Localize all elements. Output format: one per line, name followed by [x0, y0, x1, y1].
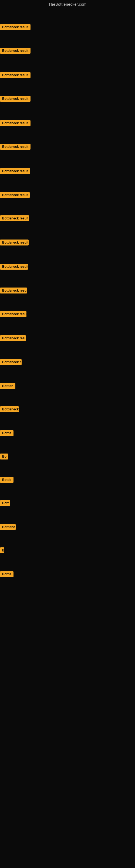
bottleneck-badge-23[interactable]: B	[0, 547, 4, 553]
bottleneck-result-row: Bottlen	[0, 383, 15, 390]
bottleneck-badge-24[interactable]: Bottle	[0, 571, 13, 577]
bottleneck-result-row: Bottleneck result	[0, 72, 31, 79]
bottleneck-result-row: Bottleneck resul	[0, 335, 26, 342]
bottleneck-badge-15[interactable]: Bottleneck r	[0, 359, 21, 365]
bottleneck-badge-19[interactable]: Bo	[0, 454, 8, 460]
bottleneck-result-row: Bottleneck result	[0, 96, 31, 103]
bottleneck-badge-10[interactable]: Bottleneck result	[0, 240, 29, 246]
bottleneck-result-row: B	[0, 547, 4, 554]
bottleneck-badge-6[interactable]: Bottleneck result	[0, 144, 31, 150]
bottleneck-result-row: Bottleneck result	[0, 168, 30, 175]
bottleneck-result-row: Bottleneck result	[0, 264, 28, 271]
bottleneck-result-row: Bottleneck resu	[0, 287, 27, 294]
site-title: TheBottlenecker.com	[0, 0, 135, 9]
bottleneck-badge-5[interactable]: Bottleneck result	[0, 120, 31, 126]
bottleneck-result-row: Bottleneck result	[0, 48, 31, 55]
bottleneck-badge-7[interactable]: Bottleneck result	[0, 168, 30, 174]
bottleneck-result-row: Bottleneck r	[0, 359, 21, 366]
bottleneck-result-row: Bottleneck resul	[0, 311, 27, 318]
bottleneck-result-row: Bottleneck result	[0, 24, 31, 31]
bottleneck-result-row: Bottlene	[0, 524, 16, 531]
bottleneck-result-row: Bott	[0, 500, 10, 507]
bottleneck-result-row: Bo	[0, 454, 8, 461]
bottleneck-result-row: Bottleneck	[0, 406, 19, 413]
bottleneck-result-row: Bottle	[0, 571, 13, 578]
bottleneck-badge-1[interactable]: Bottleneck result	[0, 24, 31, 30]
bottleneck-result-row: Bottleneck result	[0, 120, 31, 127]
bottleneck-badge-14[interactable]: Bottleneck resul	[0, 335, 26, 341]
bottleneck-badge-17[interactable]: Bottleneck	[0, 406, 19, 412]
bottleneck-badge-20[interactable]: Bottle	[0, 477, 13, 483]
bottleneck-badge-13[interactable]: Bottleneck resul	[0, 311, 27, 317]
bottleneck-result-row: Bottleneck result	[0, 144, 31, 151]
bottleneck-badge-9[interactable]: Bottleneck result	[0, 215, 29, 221]
bottleneck-badge-21[interactable]: Bott	[0, 500, 10, 506]
bottleneck-result-row: Bottleneck result	[0, 215, 29, 222]
bottleneck-badge-11[interactable]: Bottleneck result	[0, 264, 28, 270]
bottleneck-badge-16[interactable]: Bottlen	[0, 383, 15, 389]
bottleneck-result-row: Bottle	[0, 477, 13, 484]
bottleneck-result-row: Bottle	[0, 430, 13, 437]
bottleneck-badge-3[interactable]: Bottleneck result	[0, 72, 31, 78]
bottleneck-badge-12[interactable]: Bottleneck resu	[0, 287, 27, 293]
bottleneck-result-row: Bottleneck result	[0, 240, 29, 247]
bottleneck-badge-22[interactable]: Bottlene	[0, 524, 16, 530]
bottleneck-badge-8[interactable]: Bottleneck result	[0, 192, 30, 198]
bottleneck-badge-18[interactable]: Bottle	[0, 430, 13, 436]
bottleneck-badge-2[interactable]: Bottleneck result	[0, 48, 31, 54]
bottleneck-result-row: Bottleneck result	[0, 192, 30, 199]
bottleneck-badge-4[interactable]: Bottleneck result	[0, 96, 31, 102]
